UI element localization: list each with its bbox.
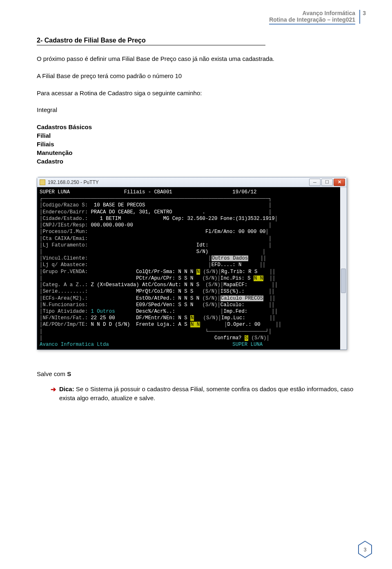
t-r18-val: 22 25 00 bbox=[88, 315, 115, 321]
t-r11-c3: Rg.Trib: R S bbox=[221, 269, 258, 275]
t-r3-label: Cidade/Estado.: bbox=[42, 216, 88, 222]
page-number-top: 3 bbox=[359, 10, 366, 24]
header-company: Avanço Informática bbox=[269, 10, 355, 16]
t-r13-val: Z (X=Desativada) bbox=[88, 282, 139, 288]
t-r11-hi: N bbox=[196, 269, 200, 275]
t-r16-mid: E09/SPed/Ven: S S N bbox=[136, 302, 193, 308]
t-r5-extra: Fl/Em/Ano: 00 000 00 bbox=[205, 229, 266, 235]
t-r1-val: 10 BASE DE PRECOS bbox=[88, 202, 145, 208]
paragraph-2: A Filial Base de preço terá como padrão … bbox=[37, 72, 355, 81]
t-r7-label: Lj Faturamento: bbox=[42, 242, 88, 248]
t-r18-hi: N bbox=[190, 315, 194, 321]
t-r4-val: 000.000.000-00 bbox=[88, 222, 133, 228]
header-routine: Rotina de Integração – integ021 bbox=[269, 16, 355, 25]
t-r17-mid: Desc%/Acr%..: bbox=[136, 309, 175, 314]
paragraph-4: Integral bbox=[37, 105, 355, 114]
t-r14-mid: MPrQt/Col/RG: N S S bbox=[136, 289, 193, 294]
putty-window: 192.168.0.250 - PuTTY ─ ☐ ✕ SUPER LUNA F… bbox=[37, 177, 347, 350]
window-controls: ─ ☐ ✕ bbox=[309, 179, 345, 186]
close-button[interactable]: ✕ bbox=[334, 179, 345, 186]
term-header-center: Filiais - CBA001 bbox=[124, 189, 172, 195]
t-r9-label: Vincul.Cliente: bbox=[42, 255, 88, 261]
t-r16-c3: Calculo: bbox=[220, 302, 245, 308]
t-r11-label: Grupo Pr.VENDA: bbox=[42, 269, 88, 275]
t-conf-sn: (S/N) bbox=[248, 335, 266, 341]
menu-l3: Filiais bbox=[37, 140, 355, 148]
maximize-button[interactable]: ☐ bbox=[321, 179, 333, 186]
paragraph-1: O próximo passo é definir uma Filial Bas… bbox=[37, 54, 355, 63]
doc-header: Avanço Informática Rotina de Integração … bbox=[269, 10, 355, 25]
t-r14-sn: (S/N) bbox=[203, 289, 218, 294]
menu-l4: Manutenção bbox=[37, 148, 355, 157]
t-r15-sn: (S/N) bbox=[203, 296, 218, 301]
minimize-button[interactable]: ─ bbox=[309, 179, 321, 186]
t-r17-label: Tipo Atividade: bbox=[42, 309, 88, 314]
t-r19-mid: Frente Loja.: A S bbox=[136, 322, 187, 327]
page-badge: 3 bbox=[357, 540, 373, 558]
menu-l2: Filial bbox=[37, 131, 355, 140]
t-conf: Confirma? bbox=[214, 335, 245, 341]
menu-path: Cadastros Básicos Filial Filiais Manuten… bbox=[37, 123, 355, 166]
t-r2-label: Endereco/Bairr: bbox=[42, 209, 88, 215]
t-r10-c3: EFD....: N bbox=[212, 262, 242, 268]
window-titlebar[interactable]: 192.168.0.250 - PuTTY ─ ☐ ✕ bbox=[37, 177, 347, 187]
arrow-icon: ➔ bbox=[51, 385, 56, 394]
t-conf-ans: S bbox=[245, 335, 248, 341]
t-r18-sn: (S/N) bbox=[203, 315, 218, 321]
window-title: 192.168.0.250 - PuTTY bbox=[48, 179, 309, 185]
t-r16-label: N.Funcionarios: bbox=[42, 302, 88, 308]
term-footer-left: Avanco Informatica Ltda bbox=[40, 342, 109, 347]
term-footer-right: SUPER LUNA bbox=[232, 342, 263, 347]
t-r3-extra: MG Cep: 32.560-220 Fone:(31)3532.1919 bbox=[163, 216, 275, 222]
t-r19-label: AE/PObr/Imp/TE: bbox=[42, 322, 88, 327]
t-r19-hi: N N bbox=[190, 322, 200, 327]
t-r17-c3: Imp.Fed: bbox=[223, 309, 247, 314]
t-r16-sn: (S/N) bbox=[203, 302, 218, 308]
t-r12-mid: PCtr/Apu/CPr: S S N bbox=[136, 276, 193, 281]
t-r1-label: Codigo/Razao S: bbox=[42, 202, 88, 208]
t-r11-sn: (S/N) bbox=[203, 269, 218, 275]
menu-l5: Cadastro bbox=[37, 157, 355, 166]
t-r19-val: N N D D (S/N) bbox=[88, 322, 130, 327]
paragraph-3: Para acessar a Rotina de Cadastro siga o… bbox=[37, 89, 355, 98]
t-r11-mid: ColQt/Pr-Sma: N N N bbox=[136, 269, 193, 275]
t-r18-mid: DF/MEntr/NEn: N S bbox=[136, 315, 187, 321]
scrollbar-thumb[interactable] bbox=[341, 269, 346, 293]
t-r15-box: Calculo PRECOS bbox=[220, 296, 263, 301]
terminal[interactable]: SUPER LUNA Filiais - CBA001 19/06/12 ┌──… bbox=[37, 187, 347, 349]
t-r13-mid: AtC/Cons/Aut: N N S bbox=[142, 282, 199, 288]
page-number-bottom: 3 bbox=[357, 547, 373, 553]
t-r2-val: PRACA DO CEABE, 301, CENTRO . bbox=[88, 209, 205, 215]
t-r10-label: Lj q/ Abastece: bbox=[42, 262, 88, 268]
t-r17-val: 1 Outros bbox=[88, 309, 115, 314]
t-r8-extra: S/N) bbox=[196, 249, 209, 255]
menu-l1: Cadastros Básicos bbox=[37, 123, 355, 131]
t-r18-label: NF/NItens/Fat.: bbox=[42, 315, 88, 321]
t-r14-label: Serie.........: bbox=[42, 289, 88, 294]
putty-icon bbox=[40, 179, 45, 185]
t-r13-label: Categ. A a Z..: bbox=[42, 282, 88, 288]
tip-row: ➔ Dica: Se o Sistema já possuir o cadast… bbox=[37, 385, 355, 403]
term-header-right: 19/06/12 bbox=[232, 189, 256, 195]
t-r13-c3: MapaECF: bbox=[223, 282, 247, 288]
t-r9-box: Outros Dados bbox=[212, 255, 249, 261]
t-r19-c3: D.Oper.: 00 bbox=[227, 322, 261, 327]
t-r12-sn: (S/N) bbox=[203, 276, 218, 281]
t-r15-mid: EstOb/AtPed.: N N S N bbox=[136, 296, 199, 301]
t-r14-c3: ISS(%).: bbox=[220, 289, 245, 294]
t-r12-c3a: Inc.Pis: S bbox=[220, 276, 254, 281]
t-r7-extra: Idt: bbox=[196, 242, 209, 248]
tip-text: Dica: Se o Sistema já possuir o cadastro… bbox=[59, 385, 355, 403]
t-r6-label: Cta CAIXA/Emai: bbox=[42, 236, 88, 242]
save-instruction: Salve com S bbox=[37, 370, 355, 377]
t-r4-label: CNPJ/IEst/Resp: bbox=[42, 222, 88, 228]
t-r18-c3: Imp.Luc: bbox=[221, 315, 245, 321]
t-r12-c3b: N N bbox=[254, 276, 263, 281]
t-r3-val: 1 BETIM bbox=[88, 216, 163, 222]
section-heading: 2- Cadastro de Filial Base de Preço bbox=[37, 37, 265, 45]
term-header-left: SUPER LUNA bbox=[40, 189, 70, 195]
t-r13-sn: (S/N) bbox=[205, 282, 220, 288]
t-r5-label: Processo/I.Mun: bbox=[42, 229, 88, 235]
t-r15-label: ECFs-Area(M2).: bbox=[42, 296, 88, 301]
